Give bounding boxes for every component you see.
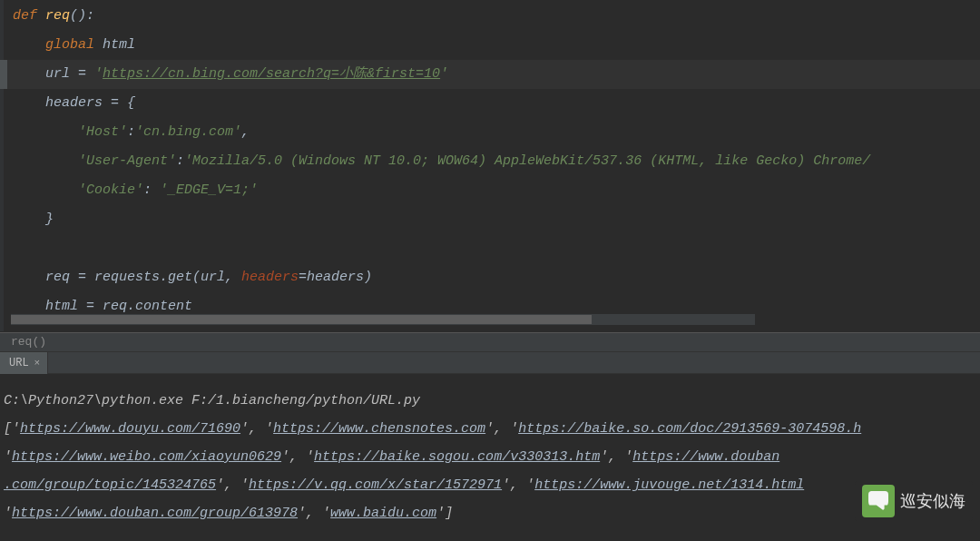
editor-gutter xyxy=(0,0,4,331)
output-link[interactable]: https://baike.sogou.com/v330313.htm xyxy=(314,449,600,465)
console-line: .com/group/topic/145324765', 'https://v.… xyxy=(4,471,976,499)
code-line[interactable]: def req(): xyxy=(0,2,980,31)
output-link[interactable]: .com/group/topic/145324765 xyxy=(4,477,216,493)
console-line: 'https://www.weibo.com/xiaoyun0629', 'ht… xyxy=(4,443,976,471)
code-editor[interactable]: def req(): global html url = 'https://cn… xyxy=(0,0,980,331)
watermark: 巡安似海 xyxy=(855,481,973,521)
watermark-text: 巡安似海 xyxy=(900,490,965,512)
code-line[interactable]: } xyxy=(0,205,980,234)
breadcrumb[interactable]: req() xyxy=(0,332,980,352)
code-line[interactable]: headers = { xyxy=(0,89,980,118)
output-link[interactable]: https://www.chensnotes.com xyxy=(273,421,485,437)
output-link[interactable]: https://baike.so.com/doc/2913569-3074598… xyxy=(518,421,861,437)
code-line-selected[interactable]: url = 'https://cn.bing.com/search?q=小陈&f… xyxy=(0,60,980,89)
output-link[interactable]: www.baidu.com xyxy=(330,506,436,521)
console-line: ['https://www.douyu.com/71690', 'https:/… xyxy=(4,415,976,443)
console-tab-bar: URL × xyxy=(0,352,980,374)
output-link[interactable]: https://www.douyu.com/71690 xyxy=(20,421,240,437)
console-line: C:\Python27\python.exe F:/1.biancheng/py… xyxy=(4,387,976,415)
output-link[interactable]: https://www.juvouge.net/1314.html xyxy=(534,477,804,493)
code-line[interactable]: global html xyxy=(0,31,980,60)
function-name: req xyxy=(37,8,70,24)
console-output[interactable]: C:\Python27\python.exe F:/1.biancheng/py… xyxy=(0,374,980,541)
code-line[interactable]: 'User-Agent':'Mozilla/5.0 (Windows NT 10… xyxy=(0,147,980,176)
code-line[interactable]: req = requests.get(url, headers=headers) xyxy=(0,263,980,292)
output-link[interactable]: https://v.qq.com/x/star/1572971 xyxy=(249,477,502,493)
console-line: 'https://www.douban.com/group/613978', '… xyxy=(4,499,976,527)
output-link[interactable]: https://www.douban xyxy=(632,449,779,465)
horizontal-scrollbar[interactable] xyxy=(11,314,755,325)
code-line[interactable]: 'Host':'cn.bing.com', xyxy=(0,118,980,147)
code-line-blank[interactable] xyxy=(0,234,980,263)
line-highlight-gutter xyxy=(0,60,7,89)
keyword-global: global xyxy=(13,37,94,53)
scroll-thumb[interactable] xyxy=(11,315,592,324)
keyword-def: def xyxy=(13,8,37,24)
tab-url[interactable]: URL × xyxy=(0,352,48,374)
kwarg-headers: headers xyxy=(233,270,299,285)
tab-label: URL xyxy=(9,357,29,369)
output-link[interactable]: https://www.douban.com/group/613978 xyxy=(12,506,298,521)
breadcrumb-text: req() xyxy=(11,335,46,349)
wechat-icon xyxy=(862,485,895,517)
url-string-link[interactable]: https://cn.bing.com/search?q=小陈&first=10 xyxy=(103,66,440,82)
close-icon[interactable]: × xyxy=(34,358,41,369)
output-link[interactable]: https://www.weibo.com/xiaoyun0629 xyxy=(12,449,281,465)
code-line[interactable]: 'Cookie': '_EDGE_V=1;' xyxy=(0,176,980,205)
